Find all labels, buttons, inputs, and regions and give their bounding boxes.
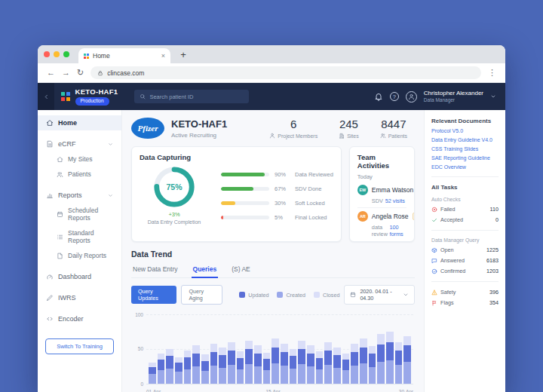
chart-bar[interactable] [237, 314, 244, 384]
chart-bar[interactable] [192, 314, 200, 384]
browser-tab-home[interactable]: Home × [78, 48, 170, 63]
activity-label: SDV [372, 198, 383, 204]
sidebar-item-label: IWRS [58, 294, 76, 302]
chart-bar[interactable] [342, 314, 350, 384]
task-label: Safety [440, 289, 456, 296]
chart-bar[interactable] [175, 314, 183, 384]
chart-bar[interactable] [201, 314, 209, 384]
activity-value[interactable]: 120 items [390, 240, 405, 242]
sidebar-item-reports[interactable]: Reports [38, 188, 121, 203]
donut-caption: Data Entry Completion [140, 219, 209, 225]
sidebar-item-iwrs[interactable]: IWRS [38, 290, 121, 305]
legend-swatch [239, 292, 245, 298]
chart-bar[interactable] [158, 314, 165, 384]
chart-bar[interactable] [395, 314, 403, 384]
chart-bar[interactable] [377, 314, 385, 384]
query-updates-button[interactable]: Query Updates [131, 286, 176, 304]
new-tab-button[interactable]: + [178, 49, 189, 60]
sidebar-item-patients[interactable]: Patients [38, 167, 121, 182]
sidebar-item-dashboard[interactable]: Dashboard [38, 269, 121, 284]
chart-bar[interactable] [149, 314, 156, 384]
sidebar-collapse-button[interactable] [38, 83, 54, 110]
window-zoom-button[interactable] [63, 51, 69, 57]
chevron-down-icon[interactable] [490, 93, 496, 100]
chart-bar[interactable] [333, 314, 341, 384]
tab-queries[interactable]: Queries [192, 262, 219, 278]
tab-new-data-entry[interactable]: New Data Entry [131, 262, 179, 277]
sidebar-item-home[interactable]: Home [38, 115, 121, 130]
doc-link-sae-reporting-guideline[interactable]: SAE Reporting Guideline [431, 155, 499, 161]
chart-bar[interactable] [316, 314, 324, 384]
chart-bar[interactable] [351, 314, 358, 384]
project-name: KETO-HAF1 [75, 87, 118, 96]
chart-bar[interactable] [369, 314, 376, 384]
chart-bar[interactable] [386, 314, 394, 384]
project-switcher[interactable]: KETO-HAF1 Production [75, 87, 118, 106]
doc-link-protocol-v5-0[interactable]: Protocol V5.0 [431, 128, 499, 133]
activity-list: EWEmma WatsonCRASDV52 visitsARAngela Ros… [357, 182, 406, 242]
calendar-icon [350, 292, 356, 298]
refresh-icon[interactable]: ↻ [77, 69, 84, 77]
chart-bar[interactable] [360, 314, 367, 384]
sidebar: HomeeCRFMy SitesPatientsReportsScheduled… [38, 110, 122, 392]
sidebar-item-daily-reports[interactable]: Daily Reports [38, 248, 121, 263]
chart-bar[interactable] [254, 314, 262, 384]
switch-to-training-button[interactable]: Switch To Training [45, 338, 114, 354]
chart-bar[interactable] [245, 314, 253, 384]
chart-bar[interactable] [290, 314, 297, 384]
project-header: Pfizer KETO-HAF1 Active Recruiting 6Proj… [131, 118, 415, 139]
tasks-title: All Tasks [431, 184, 499, 191]
user-avatar[interactable] [406, 91, 417, 103]
capture-metrics: 90%Data Reviewed67%SDV Done30%Soft Locke… [221, 171, 333, 221]
address-bar[interactable]: clincase.com [90, 66, 481, 79]
doc-link-css-training-slides[interactable]: CSS Training Slides [431, 146, 499, 152]
patient-search [134, 90, 249, 103]
window-minimize-button[interactable] [54, 51, 60, 57]
chart-bar[interactable] [403, 314, 411, 384]
sidebar-item-encoder[interactable]: Encoder [38, 311, 121, 326]
sidebar-item-scheduled-reports[interactable]: Scheduled Reports [38, 203, 121, 225]
window-close-button[interactable] [44, 51, 50, 57]
sidebar-item-ecrf[interactable]: eCRF [38, 136, 121, 152]
chart-bar[interactable] [228, 314, 235, 384]
activity-emma-watson: EWEmma WatsonCRASDV52 visits [357, 182, 406, 208]
forward-icon[interactable]: → [62, 69, 70, 77]
search-icon [140, 93, 146, 100]
legend-created: Created [277, 292, 305, 299]
chart-bar[interactable] [263, 314, 271, 384]
tab-s-ae[interactable]: (S) AE [230, 262, 252, 277]
sidebar-item-my-sites[interactable]: My Sites [38, 152, 121, 167]
day-label: Today [357, 173, 406, 180]
user-icon [408, 93, 415, 100]
chart-bar[interactable] [210, 314, 218, 384]
chart-bar[interactable] [307, 314, 314, 384]
search-input[interactable] [149, 93, 244, 100]
activity-value[interactable]: 100 forms [389, 224, 405, 237]
bell-icon[interactable] [374, 92, 383, 101]
browser-menu-icon[interactable]: ⋮ [488, 69, 496, 77]
user-menu[interactable]: Christopher Alexander Data Manager [424, 90, 483, 103]
back-icon[interactable]: ← [47, 69, 55, 77]
metric-label: Data Reviewed [295, 171, 333, 178]
activity-angela-rose: ARAngela RoseData Managerdata review100 … [357, 208, 406, 242]
card-title: Data Capturing [140, 153, 333, 161]
sidebar-item-standard-reports[interactable]: Standard Reports [38, 225, 121, 248]
doc-link-data-entry-guideline-v4-0[interactable]: Data Entry Guideline V4.0 [431, 137, 499, 142]
doc-link-edc-overview[interactable]: EDC Overview [431, 164, 499, 170]
chart-bar[interactable] [324, 314, 332, 384]
chart-bar[interactable] [272, 314, 279, 384]
date-range-picker[interactable]: 2020. 04.01 - 04.30 [344, 285, 415, 305]
task-confirmed: Confirmed1203 [431, 268, 499, 274]
tab-close-icon[interactable]: × [161, 52, 165, 60]
chart-bar[interactable] [298, 314, 305, 384]
activity-value[interactable]: 52 visits [385, 198, 405, 204]
query-aging-button[interactable]: Query Aging [181, 285, 222, 305]
chart-bar[interactable] [219, 314, 226, 384]
chart-bar[interactable] [281, 314, 288, 384]
chart-bar[interactable] [166, 314, 173, 384]
stat-sites: 245Sites [339, 118, 359, 139]
chart-icon [46, 191, 54, 199]
chart-bar[interactable] [184, 314, 192, 384]
help-icon[interactable]: ? [390, 92, 399, 101]
list-icon [57, 234, 63, 240]
